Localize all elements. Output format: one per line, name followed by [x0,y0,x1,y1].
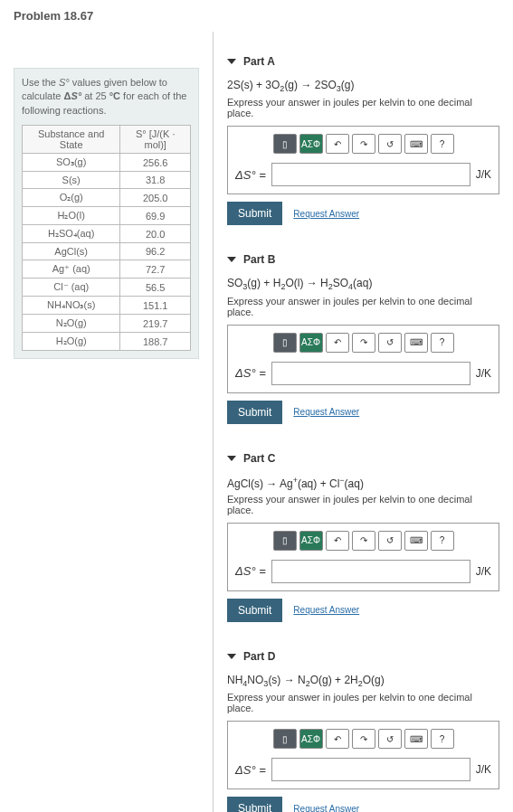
unit-label: J/K [476,763,491,776]
unit-label: J/K [476,565,491,578]
reset-icon[interactable]: ↺ [378,729,402,749]
table-row: AgCl(s)96.2 [23,243,191,260]
value-cell: 56.5 [120,279,191,297]
template-icon[interactable]: ▯ [273,333,297,353]
intro-text: Use the S° values given below to calcula… [22,76,191,118]
keyboard-icon[interactable]: ⌨ [404,531,428,551]
part-d-title: Part D [243,650,275,663]
substance-cell: O₂(g) [23,189,120,207]
part-c-submit-button[interactable]: Submit [227,599,282,622]
redo-icon[interactable]: ↷ [352,333,375,353]
value-cell: 219.7 [120,315,191,333]
part-a: Part A 2S(s) + 3O2(g) → 2SO3(g) Express … [227,50,499,225]
help-icon[interactable]: ? [431,729,454,749]
substance-cell: AgCl(s) [23,243,120,260]
undo-icon[interactable]: ↶ [326,333,349,353]
symbols-icon[interactable]: AΣΦ [299,333,323,353]
template-icon[interactable]: ▯ [273,134,297,154]
part-c-reaction: AgCl(s) → Ag+(aq) + Cl−(aq) [227,476,499,490]
table-row: N₂O(g)219.7 [23,315,191,333]
part-d-request-answer[interactable]: Request Answer [293,804,359,812]
value-cell: 256.6 [120,154,191,172]
part-d: Part D NH4NO3(s) → N2O(g) + 2H2O(g) Expr… [227,645,499,812]
symbols-icon[interactable]: AΣΦ [299,729,323,749]
part-b-header[interactable]: Part B [227,248,499,271]
keyboard-icon[interactable]: ⌨ [404,134,428,154]
keyboard-icon[interactable]: ⌨ [404,333,428,353]
part-a-submit-button[interactable]: Submit [227,202,282,225]
part-c-answer-box: ▯ AΣΦ ↶ ↷ ↺ ⌨ ? ΔS° = J/K [227,523,499,591]
reset-icon[interactable]: ↺ [378,333,402,353]
part-a-header[interactable]: Part A [227,50,499,73]
undo-icon[interactable]: ↶ [326,729,349,749]
redo-icon[interactable]: ↷ [352,134,375,154]
toolbar: ▯ AΣΦ ↶ ↷ ↺ ⌨ ? [235,134,491,154]
keyboard-icon[interactable]: ⌨ [404,729,428,749]
table-row: Ag⁺ (aq)72.7 [23,260,191,279]
part-d-input[interactable] [271,758,470,781]
part-b-submit-button[interactable]: Submit [227,401,282,424]
substance-cell: H₂O(l) [23,207,120,225]
substance-cell: H₂SO₄(aq) [23,225,120,243]
part-d-submit-button[interactable]: Submit [227,797,282,812]
part-a-request-answer[interactable]: Request Answer [293,209,359,219]
part-a-instruction: Express your answer in joules per kelvin… [227,97,499,118]
template-icon[interactable]: ▯ [273,729,297,749]
delta-s-label: ΔS° = [235,366,266,380]
table-row: H₂SO₄(aq)20.0 [23,225,191,243]
part-d-reaction: NH4NO3(s) → N2O(g) + 2H2O(g) [227,674,499,688]
unit-label: J/K [476,367,491,380]
delta-s-label: ΔS° = [235,763,266,777]
template-icon[interactable]: ▯ [273,531,297,551]
part-b: Part B SO3(g) + H2O(l) → H2SO4(aq) Expre… [227,248,499,423]
entropy-table: Substance and State S° [J/(K · mol)] SO₃… [22,125,191,351]
redo-icon[interactable]: ↷ [352,531,375,551]
help-icon[interactable]: ? [431,531,454,551]
help-icon[interactable]: ? [431,333,454,353]
table-row: Cl⁻ (aq)56.5 [23,279,191,297]
part-a-reaction: 2S(s) + 3O2(g) → 2SO3(g) [227,79,499,93]
reset-icon[interactable]: ↺ [378,134,402,154]
part-a-answer-box: ▯ AΣΦ ↶ ↷ ↺ ⌨ ? ΔS° = J/K [227,126,499,194]
value-cell: 96.2 [120,243,191,260]
part-d-answer-box: ▯ AΣΦ ↶ ↷ ↺ ⌨ ? ΔS° = J/K [227,721,499,789]
content: Use the S° values given below to calcula… [0,32,513,812]
part-c-header[interactable]: Part C [227,447,499,470]
part-d-instruction: Express your answer in joules per kelvin… [227,692,499,713]
part-b-title: Part B [243,253,275,266]
part-b-instruction: Express your answer in joules per kelvin… [227,296,499,317]
part-c-instruction: Express your answer in joules per kelvin… [227,494,499,515]
symbols-icon[interactable]: AΣΦ [299,531,323,551]
main: Part A 2S(s) + 3O2(g) → 2SO3(g) Express … [218,32,513,812]
delta-s-label: ΔS° = [235,168,266,182]
value-cell: 188.7 [120,333,191,351]
part-b-input[interactable] [271,362,470,385]
table-row: H₂O(l)69.9 [23,207,191,225]
part-c-title: Part C [243,452,275,465]
chevron-down-icon [227,257,236,262]
sidebar: Use the S° values given below to calcula… [0,32,208,812]
part-a-input[interactable] [271,163,470,186]
redo-icon[interactable]: ↷ [352,729,375,749]
undo-icon[interactable]: ↶ [326,531,349,551]
toolbar: ▯ AΣΦ ↶ ↷ ↺ ⌨ ? [235,531,491,551]
substance-cell: N₂O(g) [23,315,120,333]
reset-icon[interactable]: ↺ [378,531,402,551]
part-c-request-answer[interactable]: Request Answer [293,605,359,615]
part-c-input[interactable] [271,560,470,583]
help-icon[interactable]: ? [431,134,454,154]
value-cell: 205.0 [120,189,191,207]
table-header-entropy: S° [J/(K · mol)] [120,126,191,154]
part-b-answer-box: ▯ AΣΦ ↶ ↷ ↺ ⌨ ? ΔS° = J/K [227,325,499,393]
table-row: H₂O(g)188.7 [23,333,191,351]
part-b-request-answer[interactable]: Request Answer [293,407,359,417]
value-cell: 151.1 [120,297,191,315]
value-cell: 69.9 [120,207,191,225]
unit-label: J/K [476,168,491,181]
undo-icon[interactable]: ↶ [326,134,349,154]
chevron-down-icon [227,456,236,461]
symbols-icon[interactable]: AΣΦ [299,134,323,154]
substance-cell: Cl⁻ (aq) [23,279,120,297]
part-d-header[interactable]: Part D [227,645,499,668]
divider [213,32,214,812]
